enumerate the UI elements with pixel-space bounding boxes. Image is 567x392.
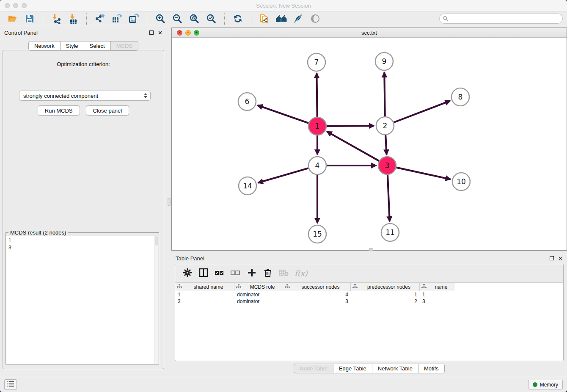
close-panel-icon[interactable]: ✕ [158, 30, 162, 36]
network-minimize-button[interactable]: − [185, 30, 191, 36]
zoom-fit-button[interactable] [188, 12, 201, 25]
table-settings-button[interactable] [181, 267, 194, 280]
table-cell[interactable]: dominator [234, 298, 283, 305]
table-row[interactable]: 3dominator323 [175, 298, 563, 305]
deselect-all-button[interactable] [229, 267, 242, 280]
create-column-button[interactable] [245, 267, 258, 280]
control-panel: Control Panel ✕ Network Style Select MCD… [0, 26, 167, 373]
graph-node-6[interactable]: 6 [238, 93, 256, 110]
zoom-out-button[interactable] [171, 12, 184, 25]
graph-node-label: 11 [385, 228, 395, 237]
graph-edge-3-10[interactable] [396, 168, 450, 179]
tab-network[interactable]: Network [28, 41, 61, 51]
graph-node-8[interactable]: 8 [451, 88, 469, 106]
close-panel-icon[interactable]: ✕ [558, 256, 563, 261]
save-session-button[interactable] [23, 12, 36, 25]
graph-node-3[interactable]: 3 [378, 157, 396, 174]
graph-node-11[interactable]: 11 [381, 224, 399, 241]
mcds-result-text[interactable]: 1 3 [6, 236, 158, 364]
refresh-button[interactable] [231, 12, 244, 25]
close-panel-button[interactable]: Close panel [86, 105, 129, 116]
network-resize-handle[interactable] [369, 248, 373, 251]
mcds-result-title: MCDS result (2 nodes) [8, 229, 68, 236]
graph-node-4[interactable]: 4 [308, 157, 326, 174]
panel-splitter-handle[interactable] [168, 198, 171, 206]
table-cell[interactable]: 2 [351, 298, 420, 305]
column-header-name[interactable]: name [420, 283, 455, 291]
dropdown-stepper-icon [144, 93, 147, 98]
graph-edge-2-9[interactable] [384, 72, 385, 116]
tab-motifs[interactable]: Motifs [418, 364, 445, 373]
graph-node-7[interactable]: 7 [308, 53, 325, 71]
result-line: 1 [8, 237, 156, 244]
select-all-button[interactable] [213, 267, 226, 280]
function-builder-button[interactable]: f(x) [295, 269, 308, 278]
network-close-button[interactable]: ✕ [177, 30, 182, 36]
table-cell[interactable]: 3 [283, 298, 351, 305]
app-window: Session: New Session [0, 0, 567, 392]
export-table-button[interactable] [110, 12, 123, 25]
graph-edge-4-14[interactable] [258, 168, 308, 183]
graph-node-10[interactable]: 10 [452, 173, 470, 190]
graph-node-label: 15 [313, 230, 322, 238]
zoom-selected-button[interactable] [205, 12, 217, 25]
export-image-button[interactable] [127, 12, 140, 25]
network-overview-button[interactable] [275, 12, 288, 25]
table-cell[interactable]: 1 [351, 291, 420, 298]
tab-node-table[interactable]: Node Table [294, 364, 333, 373]
tab-network-table[interactable]: Network Table [372, 364, 418, 373]
graph-edge-1-7[interactable] [317, 73, 317, 117]
show-hide-panel-button[interactable] [309, 12, 322, 25]
optimization-criterion-select[interactable]: strongly connected component [19, 91, 151, 101]
run-mcds-button[interactable]: Run MCDS [38, 105, 80, 116]
graph-node-1[interactable]: 1 [308, 117, 326, 135]
table-header-row: shared nameMCDS rolesuccessor nodesprede… [175, 283, 563, 291]
task-history-button[interactable] [4, 379, 17, 390]
graph-edge-2-8[interactable] [394, 101, 450, 122]
graph-node-15[interactable]: 15 [308, 225, 326, 243]
column-header-predecessor-nodes[interactable]: predecessor nodes [351, 283, 420, 291]
table-cell[interactable]: 4 [283, 291, 351, 298]
tab-edge-table[interactable]: Edge Table [333, 364, 372, 373]
float-panel-icon[interactable] [149, 30, 154, 35]
graph-edge-1-6[interactable] [258, 105, 309, 123]
graph-edge-2-3[interactable] [385, 135, 386, 155]
graph-node-9[interactable]: 9 [375, 52, 393, 70]
float-panel-icon[interactable] [550, 256, 554, 260]
table-tabs: Node Table Edge Table Network Table Moti… [171, 364, 567, 373]
network-zoom-button[interactable]: + [194, 30, 199, 36]
table-row[interactable]: 1dominator411 [175, 291, 563, 298]
search-input[interactable] [439, 14, 563, 24]
column-header-label: predecessor nodes [360, 284, 418, 290]
network-canvas[interactable]: 7968124314101511 [172, 38, 567, 250]
delete-table-button[interactable] [278, 267, 290, 280]
tab-mcds[interactable]: MCDS [111, 41, 138, 51]
column-header-shared-name[interactable]: shared name [175, 283, 234, 291]
table-cell[interactable]: dominator [234, 291, 283, 298]
show-column-button[interactable] [197, 267, 210, 280]
memory-button[interactable]: Memory [528, 380, 563, 389]
graph-edge-3-1[interactable] [327, 132, 379, 161]
table-cell[interactable]: 1 [420, 291, 455, 298]
export-network-button[interactable] [94, 12, 106, 25]
graph-edge-1-2[interactable] [327, 126, 374, 126]
column-header-MCDS-role[interactable]: MCDS role [234, 283, 283, 291]
clone-network-button[interactable] [258, 12, 271, 25]
tab-style[interactable]: Style [61, 41, 84, 51]
graph-node-2[interactable]: 2 [376, 117, 394, 135]
refresh-icon [232, 13, 243, 24]
tab-select[interactable]: Select [84, 41, 111, 51]
import-table-button[interactable] [67, 12, 80, 25]
delete-column-button[interactable] [261, 267, 274, 280]
zoom-in-button[interactable] [154, 12, 167, 25]
result-scrollbar[interactable] [154, 236, 158, 364]
graph-edge-3-11[interactable] [388, 175, 390, 221]
graph-node-14[interactable]: 14 [239, 177, 256, 195]
table-cell[interactable]: 1 [175, 291, 234, 298]
column-header-successor-nodes[interactable]: successor nodes [283, 283, 351, 291]
table-cell[interactable]: 3 [175, 298, 234, 305]
table-cell[interactable]: 3 [420, 298, 455, 305]
hide-graphics-button[interactable] [292, 12, 305, 25]
open-session-button[interactable] [6, 12, 19, 25]
import-network-button[interactable] [50, 12, 63, 25]
